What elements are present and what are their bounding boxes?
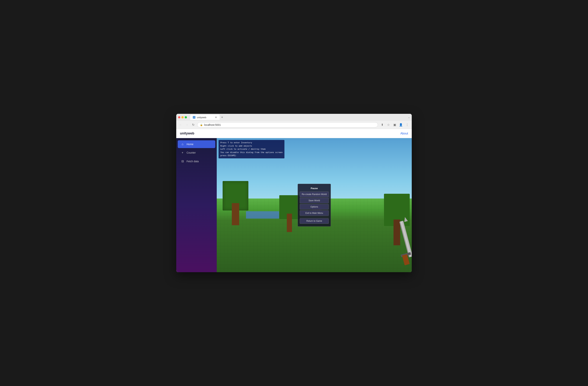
- fetch-data-icon: ⊟: [181, 159, 184, 163]
- water-area: [246, 211, 279, 219]
- address-bar: ← → ↻ 🔒 localhost:5001 ⬆ ☆ ▣ 👤: [176, 121, 412, 129]
- share-button[interactable]: ⬆: [380, 122, 384, 127]
- pause-title: Pause: [300, 186, 329, 191]
- sword-blade: [399, 221, 412, 257]
- about-link[interactable]: About: [400, 132, 408, 135]
- split-view-button[interactable]: ▣: [392, 122, 397, 127]
- pause-recreate-button[interactable]: Re-create Random World: [300, 192, 329, 197]
- sidebar-item-counter[interactable]: + Counter: [178, 149, 215, 157]
- sidebar-label-counter: Counter: [187, 151, 196, 154]
- tooltip-line-1: Press T to enter Inventory: [220, 141, 283, 144]
- game-scene[interactable]: Press T to enter Inventory Right click t…: [217, 138, 412, 272]
- url-text: localhost:5001: [204, 123, 375, 126]
- more-button[interactable]: ⋮: [405, 122, 410, 127]
- tab-title: unityweb: [197, 116, 206, 119]
- back-icon: ←: [179, 123, 182, 127]
- tab-close-button[interactable]: ✕: [215, 116, 217, 119]
- sidebar-item-fetch-data[interactable]: ⊟ Fetch data: [178, 157, 215, 165]
- pause-divider: [300, 217, 329, 217]
- tab-dropdown-button[interactable]: ⌄: [408, 116, 410, 119]
- sidebar: ⌂ Home + Counter ⊟ Fetch data: [176, 138, 217, 272]
- profile-button[interactable]: 👤: [399, 122, 403, 127]
- new-tab-button[interactable]: +: [220, 115, 225, 120]
- pause-menu: Pause Re-create Random World Save World …: [298, 184, 331, 227]
- tree-center: [281, 195, 298, 232]
- browser-window: unityweb ✕ + ⌄ ← → ↻ 🔒 localhost:5001 ⬆ …: [176, 114, 412, 272]
- sidebar-item-home[interactable]: ⌂ Home: [178, 140, 215, 148]
- app-brand: unityweb: [180, 132, 194, 135]
- sword-in-hand: [392, 221, 412, 272]
- tooltip-line-3: Left click to activate / destroy them: [220, 148, 283, 151]
- refresh-button[interactable]: ↻: [191, 123, 195, 127]
- tooltip-line-5: press ESCAPE): [220, 154, 283, 157]
- pause-save-button[interactable]: Save World: [300, 198, 329, 203]
- profile-icon: 👤: [399, 123, 403, 127]
- tree-trunk: [232, 203, 239, 225]
- tab-favicon: [193, 116, 195, 119]
- url-bar[interactable]: 🔒 localhost:5001: [197, 122, 378, 127]
- more-icon: ⋮: [406, 123, 409, 127]
- back-button[interactable]: ←: [178, 123, 183, 127]
- tooltip-line-4: You can disable this dialog from the opt…: [220, 151, 283, 154]
- tree-left-large: [223, 181, 248, 225]
- split-icon: ▣: [393, 123, 396, 127]
- game-tooltip: Press T to enter Inventory Right click t…: [219, 140, 284, 158]
- traffic-lights: [178, 116, 187, 118]
- browser-actions: ⬆ ☆ ▣ 👤 ⋮: [380, 122, 410, 127]
- refresh-icon: ↻: [192, 123, 194, 127]
- home-icon: ⌂: [181, 142, 184, 146]
- top-nav: unityweb About: [176, 129, 412, 138]
- title-bar: unityweb ✕ + ⌄: [176, 114, 412, 121]
- forward-icon: →: [186, 123, 189, 127]
- sidebar-label-fetch-data: Fetch data: [187, 160, 199, 163]
- tab-bar: unityweb ✕ +: [190, 115, 407, 120]
- sidebar-label-home: Home: [187, 143, 193, 146]
- main-content: Press T to enter Inventory Right click t…: [217, 138, 412, 272]
- tooltip-line-2: Right click to add objects: [220, 144, 283, 148]
- pause-return-button[interactable]: Return to Game: [300, 218, 329, 224]
- fullscreen-button[interactable]: [185, 116, 187, 118]
- share-icon: ⬆: [381, 123, 383, 127]
- lock-icon: 🔒: [200, 124, 203, 126]
- minimize-button[interactable]: [181, 116, 184, 118]
- forward-button[interactable]: →: [185, 123, 189, 127]
- svg-rect-2: [194, 117, 194, 117]
- pause-options-button[interactable]: Options: [300, 204, 329, 210]
- app-wrapper: unityweb About ⌂ Home + Counter ⊟ Fetch …: [176, 129, 412, 272]
- bookmark-button[interactable]: ☆: [386, 122, 391, 127]
- tree-trunk: [287, 214, 292, 232]
- bookmark-icon: ☆: [387, 123, 390, 127]
- close-button[interactable]: [178, 116, 180, 118]
- active-tab[interactable]: unityweb ✕: [190, 115, 220, 120]
- counter-icon: +: [181, 151, 184, 154]
- pause-exit-button[interactable]: Exit to Main Menu: [300, 210, 329, 216]
- content-area: ⌂ Home + Counter ⊟ Fetch data: [176, 138, 412, 272]
